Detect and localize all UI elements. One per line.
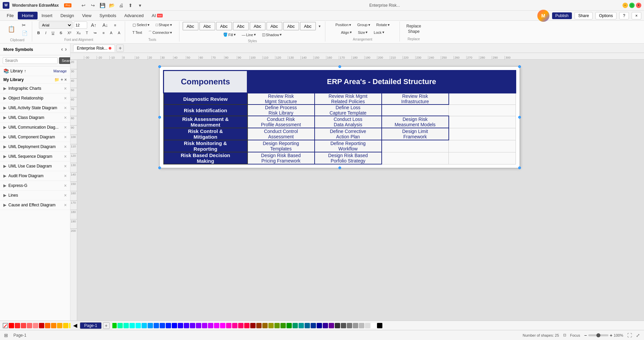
- close-icon-7[interactable]: ×: [64, 154, 67, 159]
- handle-bottom[interactable]: [338, 166, 341, 169]
- menu-file[interactable]: File: [3, 12, 18, 19]
- close-icon-1[interactable]: ×: [64, 95, 67, 101]
- color-swatch[interactable]: [15, 323, 20, 328]
- save-button[interactable]: 💾: [98, 2, 106, 9]
- color-swatch[interactable]: [63, 323, 68, 328]
- color-swatch[interactable]: [45, 323, 50, 328]
- cut-button[interactable]: ✂: [19, 21, 30, 29]
- close-icon-8[interactable]: ×: [64, 163, 67, 169]
- underline-button[interactable]: U: [49, 30, 57, 36]
- color-swatch[interactable]: [256, 323, 262, 328]
- sidebar-item-uml-deploy[interactable]: ▶ UML Deployment Diagram ×: [0, 142, 70, 152]
- select-button[interactable]: ▢ Select ▾: [130, 22, 152, 28]
- color-swatch[interactable]: [160, 323, 165, 328]
- color-swatch[interactable]: [196, 323, 201, 328]
- color-swatch[interactable]: [232, 323, 237, 328]
- close-button[interactable]: ×: [636, 3, 641, 8]
- rotate-button[interactable]: Rotate ▾: [374, 22, 392, 28]
- shape-button[interactable]: □ Shape ▾: [153, 22, 174, 28]
- no-fill-color[interactable]: [3, 323, 8, 328]
- color-swatch[interactable]: [262, 323, 268, 328]
- sidebar-item-audit[interactable]: ▶ Audit Flow Diagram ×: [0, 171, 70, 181]
- color-swatch[interactable]: [21, 323, 26, 328]
- align-button[interactable]: ≡: [112, 22, 118, 28]
- paste-button[interactable]: 📋: [5, 21, 18, 37]
- subscript-button[interactable]: X₂: [74, 30, 83, 36]
- color-swatch[interactable]: [184, 323, 189, 328]
- color-swatch[interactable]: [377, 323, 382, 328]
- sidebar-back-button[interactable]: ‹: [61, 46, 63, 52]
- group-button[interactable]: Group ▾: [355, 22, 373, 28]
- menu-insert[interactable]: Insert: [38, 12, 57, 19]
- color-swatch[interactable]: [323, 323, 328, 328]
- close-icon-4[interactable]: ×: [64, 125, 67, 130]
- list2-button[interactable]: ≡: [100, 30, 107, 36]
- grid-toggle-icon[interactable]: ⊞: [4, 333, 8, 338]
- zoom-out-button[interactable]: −: [584, 333, 587, 338]
- color-swatch[interactable]: [335, 323, 340, 328]
- style-abc-5[interactable]: Abc: [250, 22, 266, 30]
- sidebar-item-uml-sequence[interactable]: ▶ UML Sequence Diagram ×: [0, 152, 70, 161]
- canvas[interactable]: Components ERP Area's - Detailed Structu…: [77, 60, 644, 323]
- color-swatch[interactable]: [123, 323, 129, 328]
- my-library-remove-icon[interactable]: ×: [64, 77, 67, 82]
- zoom-slider[interactable]: [588, 334, 608, 336]
- add-tab-button[interactable]: +: [116, 45, 124, 52]
- x-button[interactable]: ×: [632, 12, 641, 19]
- close-icon-11[interactable]: ×: [64, 193, 67, 198]
- handle-tr[interactable]: [518, 65, 521, 68]
- color-swatch[interactable]: [214, 323, 219, 328]
- connector-button[interactable]: ⌒ Connector ▾: [146, 29, 175, 36]
- color-swatch[interactable]: [341, 323, 346, 328]
- maximize-button[interactable]: □: [629, 3, 635, 8]
- line-button[interactable]: — Line ▾: [239, 31, 258, 38]
- color-swatch[interactable]: [27, 323, 32, 328]
- color-swatch[interactable]: [250, 323, 256, 328]
- publish-button[interactable]: Publish: [552, 12, 572, 19]
- color-swatch[interactable]: [220, 323, 225, 328]
- sidebar-item-express[interactable]: ▶ Express-G ×: [0, 181, 70, 191]
- size-button[interactable]: Size ▾: [356, 29, 370, 36]
- fullscreen-icon[interactable]: ⛶: [627, 333, 632, 338]
- expand-icon[interactable]: ⤢: [636, 333, 640, 338]
- close-icon-12[interactable]: ×: [64, 202, 67, 208]
- minimize-button[interactable]: −: [623, 3, 628, 8]
- sidebar-item-lines[interactable]: ▶ Lines ×: [0, 191, 70, 200]
- style-abc-3[interactable]: Abc: [216, 22, 232, 30]
- menu-view[interactable]: View: [78, 12, 96, 19]
- color-swatch[interactable]: [178, 323, 183, 328]
- search-input[interactable]: [3, 57, 58, 64]
- color-swatch[interactable]: [305, 323, 310, 328]
- style-abc-4[interactable]: Abc: [233, 22, 249, 30]
- handle-tl[interactable]: [158, 65, 161, 68]
- color-swatch[interactable]: [208, 323, 213, 328]
- bold-button[interactable]: B: [35, 30, 42, 36]
- font-size-input[interactable]: [74, 21, 87, 29]
- add-page-button[interactable]: +: [103, 322, 110, 329]
- search-button[interactable]: Search: [59, 57, 70, 64]
- style-abc-7[interactable]: Abc: [283, 22, 299, 30]
- highlight-button[interactable]: A: [115, 30, 122, 36]
- handle-bl[interactable]: [158, 166, 161, 169]
- sidebar-item-cause[interactable]: ▶ Cause and Effect Diagram ×: [0, 200, 70, 210]
- strikethrough-button[interactable]: S: [57, 30, 64, 36]
- close-icon-5[interactable]: ×: [64, 134, 67, 140]
- fill-button[interactable]: 🪣 Fill ▾: [221, 31, 238, 38]
- text-style-button[interactable]: T: [84, 30, 91, 36]
- font-name-select[interactable]: Arial: [39, 21, 72, 29]
- my-library-add-icon[interactable]: 📁: [54, 77, 59, 82]
- zoom-thumb[interactable]: [596, 333, 600, 337]
- color-swatch[interactable]: [190, 323, 195, 328]
- close-icon-10[interactable]: ×: [64, 183, 67, 188]
- position-button[interactable]: Position ▾: [333, 22, 354, 28]
- handle-left[interactable]: [158, 116, 161, 119]
- handle-right[interactable]: [518, 116, 521, 119]
- share-button[interactable]: Share: [575, 12, 593, 19]
- style-abc-6[interactable]: Abc: [266, 22, 282, 30]
- menu-home[interactable]: Home: [18, 12, 38, 19]
- align-button2[interactable]: Align ▾: [338, 29, 354, 36]
- color-swatch[interactable]: [33, 323, 38, 328]
- help-button[interactable]: ?: [619, 12, 629, 19]
- font-decrease-button[interactable]: A↓: [100, 21, 110, 29]
- lock-button[interactable]: Lock ▾: [371, 29, 386, 36]
